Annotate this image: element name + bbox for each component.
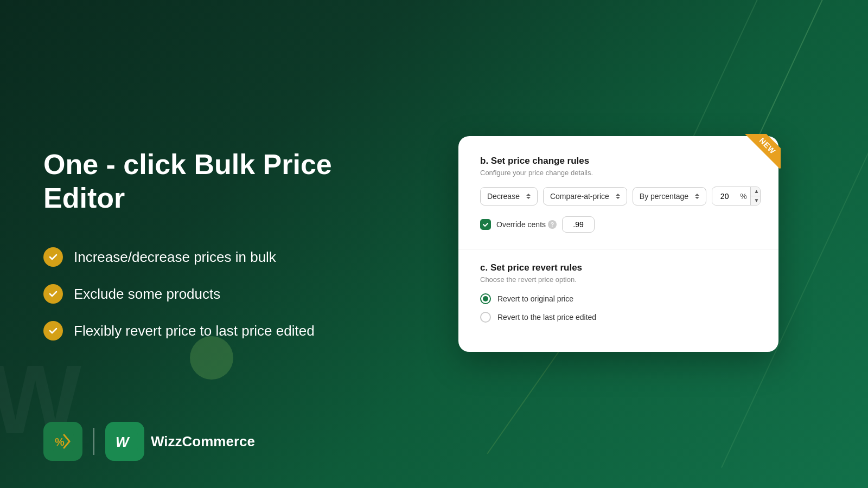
check-icon-2	[43, 284, 63, 304]
section-c-title: c. Set price revert rules	[480, 262, 757, 273]
percent-symbol: %	[737, 192, 750, 201]
by-percentage-label: By percentage	[640, 192, 688, 201]
right-panel: NEW b. Set price change rules Configure …	[412, 136, 825, 352]
compare-arrows	[616, 194, 620, 199]
main-content: One - click Bulk Price Editor Increase/d…	[0, 0, 868, 488]
wizzcommerce-logo-icon: W	[105, 422, 144, 461]
override-label: Override cents ?	[496, 220, 557, 229]
radio-option-original[interactable]: Revert to original price	[480, 293, 757, 304]
check-icon-1	[43, 247, 63, 267]
cents-input[interactable]	[562, 216, 595, 233]
svg-text:%: %	[55, 436, 65, 448]
checkmark-svg-3	[48, 325, 59, 336]
section-c-subtitle: Choose the revert price option.	[480, 275, 757, 284]
feature-item-3: Flexibly revert price to last price edit…	[43, 321, 369, 341]
radio-label-last: Revert to the last price edited	[497, 313, 596, 322]
arrow-down-icon-3	[695, 197, 699, 199]
new-badge-container: NEW	[737, 134, 781, 177]
new-badge: NEW	[745, 134, 781, 169]
arrow-down-icon	[526, 197, 531, 199]
app-logo-svg: %	[52, 431, 74, 452]
price-card: NEW b. Set price change rules Configure …	[458, 136, 778, 352]
feature-item-1: Increase/decrease prices in bulk	[43, 247, 369, 267]
controls-row: Decrease Compare-at-price	[480, 187, 757, 206]
section-b-title: b. Set price change rules	[480, 156, 757, 166]
check-icon-3	[43, 321, 63, 341]
decrease-select[interactable]: Decrease	[480, 187, 538, 206]
radio-option-last[interactable]: Revert to the last price edited	[480, 312, 757, 323]
arrow-up-icon-2	[616, 194, 620, 196]
percentage-input[interactable]	[712, 188, 737, 205]
decrease-label: Decrease	[487, 192, 520, 201]
compare-select[interactable]: Compare-at-price	[543, 187, 627, 206]
override-row: Override cents ?	[480, 216, 757, 233]
checkmark-svg-2	[48, 288, 59, 299]
by-percentage-select[interactable]: By percentage	[633, 187, 706, 206]
arrow-down-icon-2	[616, 197, 620, 199]
brand-wizzcommerce: W WizzCommerce	[105, 422, 255, 461]
checkbox-checkmark	[482, 221, 489, 228]
feature-item-2: Exclude some products	[43, 284, 369, 304]
feature-text-1: Increase/decrease prices in bulk	[74, 249, 276, 266]
override-checkbox[interactable]	[480, 219, 491, 230]
section-c: c. Set price revert rules Choose the rev…	[480, 262, 757, 323]
stepper-buttons: ▲ ▼	[750, 187, 761, 205]
checkmark-svg-1	[48, 252, 59, 262]
compare-label: Compare-at-price	[550, 192, 609, 201]
stepper-down-button[interactable]: ▼	[751, 196, 761, 205]
by-percentage-arrows	[695, 194, 699, 199]
app-logo-icon: %	[43, 422, 82, 461]
section-divider	[458, 249, 778, 249]
percentage-input-wrapper: % ▲ ▼	[712, 187, 761, 206]
feature-text-2: Exclude some products	[74, 286, 220, 303]
stepper-up-button[interactable]: ▲	[751, 187, 761, 196]
section-b-subtitle: Configure your price change details.	[480, 169, 757, 177]
brand-name: WizzCommerce	[151, 433, 255, 450]
radio-inner-original	[483, 296, 488, 301]
radio-label-original: Revert to original price	[497, 294, 573, 303]
feature-list: Increase/decrease prices in bulk Exclude…	[43, 247, 369, 341]
branding-bar: % W WizzCommerce	[43, 422, 255, 461]
radio-outer-original	[480, 293, 491, 304]
decrease-arrows	[526, 194, 531, 199]
radio-outer-last	[480, 312, 491, 323]
hero-title: One - click Bulk Price Editor	[43, 147, 369, 215]
arrow-up-icon-3	[695, 194, 699, 196]
svg-text:W: W	[116, 434, 130, 450]
section-b: b. Set price change rules Configure your…	[480, 156, 757, 233]
left-panel: One - click Bulk Price Editor Increase/d…	[43, 147, 369, 341]
info-icon[interactable]: ?	[548, 220, 557, 229]
wizzcommerce-logo-svg: W	[112, 428, 138, 454]
arrow-up-icon	[526, 194, 531, 196]
brand-divider	[93, 428, 94, 455]
feature-text-3: Flexibly revert price to last price edit…	[74, 323, 315, 339]
